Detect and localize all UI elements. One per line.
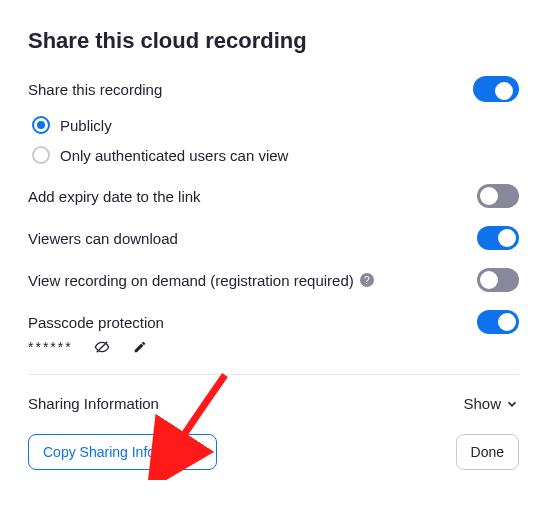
expiry-toggle[interactable] — [477, 184, 519, 208]
chevron-down-icon — [505, 397, 519, 411]
passcode-toggle[interactable] — [477, 310, 519, 334]
dialog-title: Share this cloud recording — [28, 28, 519, 54]
download-toggle[interactable] — [477, 226, 519, 250]
authenticated-label: Only authenticated users can view — [60, 147, 288, 164]
show-toggle[interactable]: Show — [463, 395, 519, 412]
publicly-radio[interactable] — [32, 116, 50, 134]
sharing-info-label: Sharing Information — [28, 395, 159, 412]
passcode-label: Passcode protection — [28, 314, 164, 331]
ondemand-toggle[interactable] — [477, 268, 519, 292]
expiry-label: Add expiry date to the link — [28, 188, 201, 205]
eye-icon[interactable] — [93, 338, 111, 356]
ondemand-label: View recording on demand (registration r… — [28, 272, 374, 289]
share-recording-label: Share this recording — [28, 81, 162, 98]
download-label: Viewers can download — [28, 230, 178, 247]
share-recording-toggle[interactable] — [473, 76, 519, 102]
help-icon[interactable]: ? — [360, 273, 374, 287]
copy-sharing-button[interactable]: Copy Sharing Information — [28, 434, 217, 470]
authenticated-radio[interactable] — [32, 146, 50, 164]
publicly-label: Publicly — [60, 117, 112, 134]
edit-icon[interactable] — [131, 338, 149, 356]
passcode-mask: ****** — [28, 339, 73, 355]
done-button[interactable]: Done — [456, 434, 519, 470]
divider — [28, 374, 519, 375]
